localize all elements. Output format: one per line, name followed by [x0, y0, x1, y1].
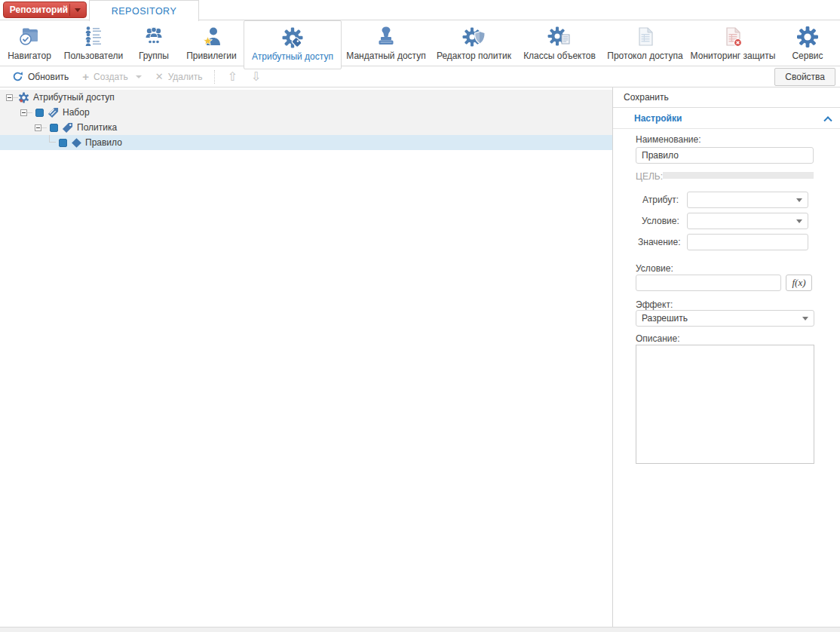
access-tree-panel: Атрибутный доступ Набор	[0, 87, 613, 627]
stamp-icon	[374, 23, 398, 51]
refresh-button-label: Обновить	[28, 72, 69, 82]
tab-repository-label: REPOSITORY	[112, 6, 177, 17]
properties-panel: Сохранить Настройки Наименование: ЦЕЛЬ: …	[613, 87, 840, 627]
tree-toolbar: Обновить + Создать ✕ Удалить ⇧ ⇩ Свойств…	[0, 66, 840, 87]
diamond-icon	[72, 138, 81, 148]
users-list-icon	[81, 23, 106, 51]
move-down-button[interactable]: ⇩	[245, 69, 267, 84]
effect-combobox-value: Разрешить	[642, 313, 688, 324]
chevron-down-icon	[75, 8, 81, 12]
tree-elbow-connector	[49, 135, 56, 143]
attribute-field-label: Атрибут:	[642, 195, 679, 205]
group-people-icon	[142, 23, 166, 51]
tab-strip: Репозиторий REPOSITORY	[0, 0, 840, 20]
gear-document-icon	[547, 23, 572, 51]
tree-indent	[6, 143, 49, 143]
refresh-button[interactable]: Обновить	[6, 69, 75, 84]
tree-connector	[27, 112, 32, 113]
chevron-down-icon	[802, 317, 808, 321]
delete-button[interactable]: ✕ Удалить	[149, 69, 209, 84]
name-field-label: Наименование:	[636, 134, 701, 145]
main-content: Атрибутный доступ Набор	[0, 87, 840, 627]
ribbon-item-label: Редактор политик	[437, 51, 511, 61]
status-bar	[0, 627, 840, 632]
ribbon-item-navigator[interactable]: Навигатор	[0, 20, 59, 66]
function-editor-button[interactable]: f(x)	[786, 275, 812, 291]
tree-node-policy[interactable]: Политика	[0, 120, 612, 135]
condition-combo-label: Условие:	[642, 216, 679, 226]
tree-indent	[6, 127, 35, 128]
save-button[interactable]: Сохранить	[613, 87, 840, 108]
tag-icon	[62, 122, 73, 133]
gear-icon	[796, 23, 820, 51]
save-button-label: Сохранить	[624, 92, 669, 103]
tree-indent	[6, 112, 20, 113]
ribbon-item-label: Навигатор	[8, 51, 51, 61]
condition-combobox[interactable]	[687, 213, 808, 229]
gear-shield-icon	[462, 23, 486, 51]
document-table-icon	[633, 23, 658, 51]
ribbon-item-label: Протокол доступа	[607, 51, 682, 61]
properties-button-label: Свойства	[785, 72, 825, 82]
description-textarea[interactable]	[636, 345, 814, 464]
plus-icon: +	[82, 72, 89, 81]
tree-node-rule-selected[interactable]: Правило	[0, 135, 612, 150]
gear-icon	[18, 92, 29, 103]
chevron-up-icon[interactable]	[823, 116, 832, 124]
toolbar-separator	[214, 70, 215, 84]
repository-menu-button-label: Репозиторий	[4, 5, 69, 15]
ribbon-item-users[interactable]: Пользователи	[59, 20, 128, 66]
ribbon-item-privileges[interactable]: Привилегии	[179, 20, 244, 66]
create-button[interactable]: + Создать	[76, 69, 147, 84]
ribbon-item-protection-monitoring[interactable]: Мониторинг защиты	[688, 20, 777, 66]
ribbon-item-label: Атрибутный доступ	[252, 51, 333, 62]
move-up-button[interactable]: ⇧	[221, 69, 243, 84]
checkbox-checked[interactable]	[35, 109, 44, 117]
attribute-combobox[interactable]	[687, 192, 808, 208]
document-alert-icon	[721, 23, 745, 51]
tree-node-attribute-access[interactable]: Атрибутный доступ	[0, 90, 612, 105]
tree-node-set[interactable]: Набор	[0, 105, 612, 120]
settings-section-title: Настройки	[634, 113, 682, 124]
gear-tag-icon	[281, 23, 305, 51]
ribbon-item-policy-editor[interactable]: Редактор политик	[431, 20, 517, 66]
collapse-expander-icon[interactable]	[35, 124, 41, 131]
ribbon-item-label: Сервис	[792, 51, 823, 61]
ribbon-item-label: Классы объектов	[523, 51, 596, 61]
refresh-icon	[12, 71, 23, 82]
tree-connector	[13, 97, 18, 98]
collapse-expander-icon[interactable]	[20, 109, 27, 116]
ribbon-item-attribute-access[interactable]: Атрибутный доступ	[244, 20, 342, 69]
chevron-down-icon	[796, 219, 802, 223]
tab-repository[interactable]: REPOSITORY	[89, 0, 199, 21]
ribbon-item-service[interactable]: Сервис	[777, 20, 838, 66]
create-button-label: Создать	[94, 72, 128, 82]
ribbon-item-access-protocol[interactable]: Протокол доступа	[602, 20, 688, 66]
ribbon-item-label: Мониторинг защиты	[691, 51, 776, 61]
checkbox-checked[interactable]	[59, 139, 67, 147]
tree-node-label: Политика	[77, 122, 117, 133]
condition-expression-input[interactable]	[636, 275, 781, 291]
ribbon-toolbar: Навигатор Пользователи	[0, 20, 840, 66]
person-star-icon	[200, 23, 224, 51]
checkbox-checked[interactable]	[50, 124, 58, 132]
application-window: Репозиторий REPOSITORY Навигатор	[0, 0, 840, 632]
value-input[interactable]	[687, 234, 808, 250]
description-field-label: Описание:	[636, 333, 680, 344]
ribbon-item-label: Привилегии	[186, 51, 237, 61]
repository-menu-button[interactable]: Репозиторий	[3, 2, 87, 18]
effect-combobox[interactable]: Разрешить	[636, 310, 814, 327]
settings-section-header[interactable]: Настройки	[613, 108, 840, 129]
effect-field-label: Эффект:	[636, 299, 673, 310]
target-group-bar	[663, 172, 814, 179]
collapse-expander-icon[interactable]	[6, 94, 13, 101]
tree-connector	[41, 127, 47, 128]
ribbon-item-groups[interactable]: Группы	[128, 20, 179, 66]
ribbon-item-mandatory-access[interactable]: Мандатный доступ	[342, 20, 431, 66]
properties-toggle-button[interactable]: Свойства	[774, 68, 835, 86]
name-input[interactable]	[636, 147, 814, 164]
target-group-label: ЦЕЛЬ:	[636, 171, 663, 182]
ribbon-item-object-classes[interactable]: Классы объектов	[517, 20, 602, 66]
navigator-folder-icon	[17, 23, 41, 51]
tag-striped-icon	[48, 107, 59, 118]
